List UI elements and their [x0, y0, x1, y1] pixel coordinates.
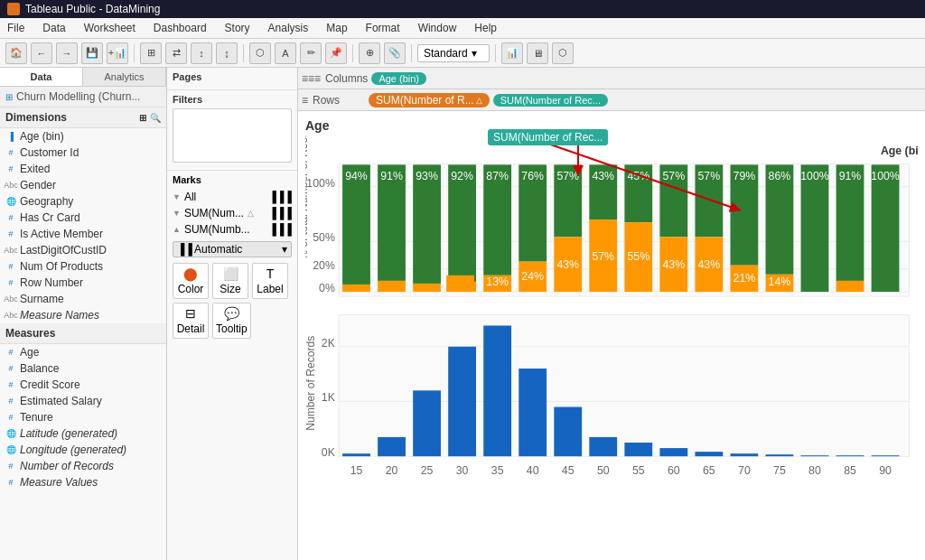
sum-records-pill1[interactable]: SUM(Number of R... △	[369, 93, 490, 107]
hash-icon-m2: #	[5, 363, 16, 374]
toolbar-add-btn[interactable]: +📊	[107, 42, 128, 64]
sum-records-pill2[interactable]: SUM(Number of Rec...	[493, 94, 608, 107]
toolbar-sep4	[411, 44, 412, 62]
columns-label: ≡≡≡ Columns	[302, 72, 368, 85]
color-property[interactable]: ⬤ Color	[173, 263, 209, 299]
svg-text:35: 35	[491, 465, 504, 478]
menu-format[interactable]: Format	[362, 20, 404, 36]
measure-tenure[interactable]: # Tenure	[0, 409, 166, 425]
dim-row-number[interactable]: # Row Number	[0, 275, 166, 291]
chevron-down-icon: ▾	[472, 47, 477, 60]
tab-analytics[interactable]: Analytics	[83, 68, 166, 86]
toolbar-back-btn[interactable]: ←	[31, 42, 52, 64]
dim-is-active-member[interactable]: # Is Active Member	[0, 226, 166, 242]
dim-measure-names[interactable]: Abc Measure Names	[0, 307, 166, 323]
menu-story[interactable]: Story	[221, 20, 254, 36]
svg-rect-76	[448, 347, 476, 456]
measure-balance[interactable]: # Balance	[0, 360, 166, 377]
toolbar-home-btn[interactable]: 🏠	[5, 42, 27, 64]
marks-auto-label: Automatic	[194, 243, 242, 256]
toolbar-sort-btn[interactable]: ↕	[191, 42, 212, 64]
app-title: Tableau Public - DataMining	[25, 3, 160, 15]
svg-text:20: 20	[386, 465, 398, 478]
measure-number-of-records[interactable]: # Number of Records	[0, 458, 166, 474]
bar-icon-all: ▐▐▐	[268, 191, 292, 203]
svg-text:40: 40	[527, 465, 539, 478]
toolbar-pin-btn[interactable]: 📎	[384, 42, 406, 64]
bar-15-green	[342, 164, 370, 285]
toolbar-table-btn[interactable]: ⊞	[140, 42, 162, 64]
toolbar-chart-btn[interactable]: 📊	[501, 42, 523, 64]
dim-num-products[interactable]: # Num Of Products	[0, 258, 166, 275]
toolbar-save-btn[interactable]: 💾	[81, 42, 103, 64]
svg-text:57%: 57%	[556, 170, 579, 182]
tooltip-property[interactable]: 💬 Tooltip	[212, 303, 251, 339]
dim-customer-id[interactable]: # Customer Id	[0, 145, 166, 161]
toolbar-screen-btn[interactable]: 🖥	[527, 42, 548, 64]
dim-has-cr-card[interactable]: # Has Cr Card	[0, 210, 166, 226]
dim-gender[interactable]: Abc Gender	[0, 177, 166, 193]
dim-geography[interactable]: 🌐 Geography	[0, 193, 166, 210]
marks-type-selector[interactable]: ▐▐ Automatic ▾	[173, 241, 292, 257]
toolbar: 🏠 ← → 💾 +📊 ⊞ ⇄ ↕ ↨ ⬡ A ✏ 📌 ⊕ 📎 Standard …	[0, 39, 925, 68]
svg-text:30: 30	[456, 465, 469, 478]
bar-15-orange	[342, 285, 370, 292]
toolbar-annotate-btn[interactable]: 📌	[325, 42, 347, 64]
toolbar-forward-btn[interactable]: →	[56, 42, 78, 64]
age-bin-pill[interactable]: Age (bin)	[371, 72, 426, 85]
measure-latitude[interactable]: 🌐 Latitude (generated)	[0, 425, 166, 442]
svg-rect-65	[872, 164, 900, 292]
marks-sum2-item[interactable]: ▲ SUM(Numb... ▐▐▐	[173, 221, 292, 238]
toolbar-label-btn[interactable]: A	[275, 42, 296, 64]
toolbar-standard-dropdown[interactable]: Standard ▾	[417, 44, 490, 62]
menu-bar: File Data Worksheet Dashboard Story Anal…	[0, 18, 925, 39]
measure-estimated-salary[interactable]: # Estimated Salary	[0, 393, 166, 409]
toolbar-fix-btn[interactable]: ⊕	[359, 42, 380, 64]
marks-all-item[interactable]: ▼ All ▐▐▐	[173, 189, 292, 205]
svg-rect-81	[624, 443, 652, 456]
svg-rect-79	[554, 407, 582, 457]
dim-exited[interactable]: # Exited	[0, 161, 166, 177]
toolbar-sort2-btn[interactable]: ↨	[216, 42, 238, 64]
svg-text:100%: 100%	[800, 170, 829, 182]
toolbar-highlight-btn[interactable]: ✏	[300, 42, 322, 64]
menu-help[interactable]: Help	[471, 20, 500, 36]
menu-map[interactable]: Map	[322, 20, 350, 36]
toolbar-share-btn[interactable]: ⬡	[552, 42, 574, 64]
measure-credit-score[interactable]: # Credit Score	[0, 377, 166, 393]
menu-data[interactable]: Data	[39, 20, 69, 36]
menu-window[interactable]: Window	[415, 20, 461, 36]
measure-longitude[interactable]: 🌐 Longitude (generated)	[0, 442, 166, 458]
tab-data[interactable]: Data	[0, 68, 83, 86]
menu-analysis[interactable]: Analysis	[265, 20, 313, 36]
toolbar-swap-btn[interactable]: ⇄	[165, 42, 187, 64]
menu-file[interactable]: File	[4, 20, 28, 36]
label-property[interactable]: T Label	[252, 263, 288, 299]
marks-sum1-item[interactable]: ▼ SUM(Num... △ ▐▐▐	[173, 205, 292, 221]
search-icon[interactable]: 🔍	[150, 113, 161, 123]
grid-icon[interactable]: ⊞	[139, 113, 146, 123]
detail-property[interactable]: ⊟ Detail	[173, 303, 209, 339]
svg-text:0%: 0%	[319, 282, 335, 294]
measure-values[interactable]: # Measure Values	[0, 474, 166, 490]
menu-dashboard[interactable]: Dashboard	[150, 20, 210, 36]
svg-text:92%: 92%	[451, 170, 473, 182]
expand-icon-sum2: ▲	[173, 225, 181, 234]
left-panel: Data Analytics ⊞ Churn Modelling (Churn.…	[0, 68, 167, 560]
menu-worksheet[interactable]: Worksheet	[80, 20, 139, 36]
tooltip-icon: 💬	[224, 306, 239, 321]
measure-age[interactable]: # Age	[0, 344, 166, 360]
svg-text:93%: 93%	[416, 170, 438, 182]
dim-surname[interactable]: Abc Surname	[0, 291, 166, 307]
dim-last-digit[interactable]: Abc LastDigitOfCustID	[0, 242, 166, 258]
toolbar-group-btn[interactable]: ⬡	[249, 42, 271, 64]
size-property[interactable]: ⬜ Size	[212, 263, 248, 299]
color-circles-icon: ⬤	[183, 266, 198, 281]
svg-rect-84	[730, 453, 758, 456]
viz-container: Age SUM(Number of Rec... Age (bin)	[298, 111, 925, 560]
svg-text:57%: 57%	[592, 250, 614, 263]
toolbar-sep3	[352, 44, 353, 62]
app-icon	[7, 3, 20, 15]
dim-age-bin[interactable]: ▐ Age (bin)	[0, 128, 166, 145]
svg-text:80: 80	[808, 465, 821, 478]
